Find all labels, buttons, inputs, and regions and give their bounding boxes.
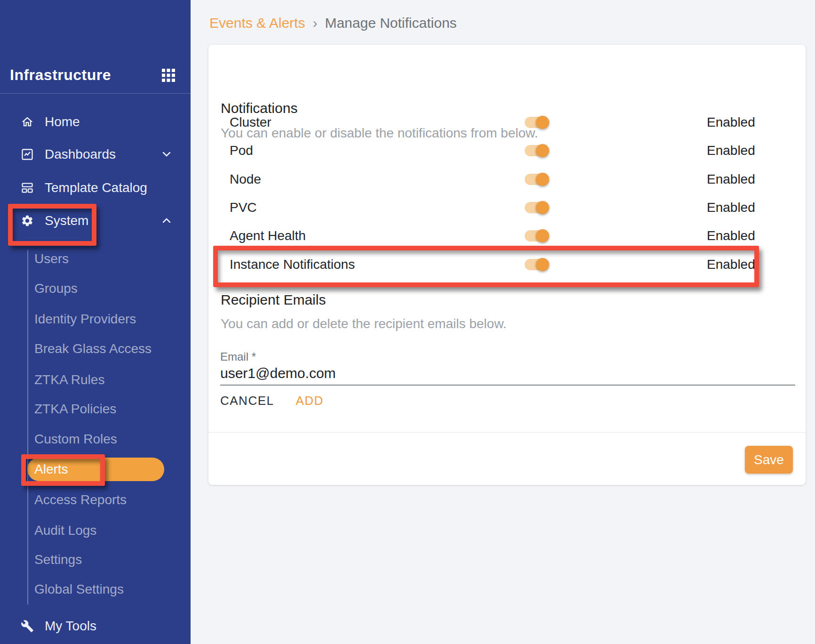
- email-form-actions: CANCEL ADD: [216, 391, 328, 410]
- sidebar-item-access-reports[interactable]: Access Reports: [34, 491, 176, 509]
- sidebar-item-groups[interactable]: Groups: [34, 279, 176, 298]
- toggle-row-pod: Pod Enabled: [208, 141, 806, 160]
- sidebar-title: Infrastructure: [10, 66, 111, 84]
- sidebar-item-identity-providers[interactable]: Identity Providers: [34, 310, 176, 329]
- breadcrumb-current-page: Manage Notifications: [325, 15, 456, 31]
- toggle-row-label: Pod: [230, 143, 253, 158]
- toggle-row-state: Enabled: [707, 172, 755, 187]
- dashboards-icon: [21, 148, 34, 161]
- toggle-row-state: Enabled: [707, 200, 755, 215]
- submenu-indent-line: [27, 250, 28, 604]
- toggle-row-label: Node: [230, 172, 261, 187]
- email-field-label: Email *: [220, 350, 256, 363]
- sidebar-item-label: Home: [45, 114, 80, 129]
- chevron-up-icon: [161, 217, 172, 224]
- toggle-row-state: Enabled: [707, 257, 755, 272]
- gear-icon: [21, 214, 34, 227]
- pvc-toggle[interactable]: [525, 201, 551, 214]
- sidebar-item-audit-logs[interactable]: Audit Logs: [34, 521, 176, 540]
- recipient-emails-subtitle: You can add or delete the recipient emai…: [221, 316, 507, 331]
- apps-grid-icon[interactable]: [162, 69, 175, 82]
- toggle-row-label: Agent Health: [230, 228, 306, 243]
- sidebar-item-system[interactable]: System: [0, 208, 191, 234]
- cancel-button[interactable]: CANCEL: [216, 392, 279, 410]
- sidebar-item-home[interactable]: Home: [0, 109, 191, 135]
- breadcrumb-separator: ›: [312, 15, 317, 31]
- toggle-row-label: Cluster: [230, 115, 272, 130]
- recipient-emails-heading: Recipient Emails: [221, 292, 326, 308]
- app-root: Infrastructure Home: [0, 0, 815, 644]
- toggle-thumb: [536, 173, 549, 186]
- toggle-row-label: Instance Notifications: [230, 257, 355, 272]
- toggle-thumb: [536, 258, 549, 271]
- chevron-down-icon: [161, 151, 172, 158]
- toggle-row-agent-health: Agent Health Enabled: [208, 226, 806, 245]
- breadcrumb-events-alerts[interactable]: Events & Alerts: [209, 15, 305, 31]
- sidebar-item-dashboards[interactable]: Dashboards: [0, 141, 191, 168]
- toggle-row-instance-notifications: Instance Notifications Enabled: [208, 255, 806, 274]
- toggle-thumb: [536, 201, 549, 214]
- add-button[interactable]: ADD: [291, 392, 328, 410]
- email-field[interactable]: [220, 364, 785, 383]
- toggle-row-state: Enabled: [707, 143, 755, 158]
- toggle-row-cluster: Cluster Enabled: [208, 113, 806, 132]
- toggle-row-pvc: PVC Enabled: [208, 198, 806, 217]
- notifications-card: Notifications You can enable or disable …: [208, 45, 806, 485]
- sidebar-item-label: My Tools: [45, 619, 96, 634]
- toggle-row-node: Node Enabled: [208, 170, 806, 189]
- sidebar: Infrastructure Home: [0, 0, 191, 644]
- toggle-thumb: [536, 144, 549, 157]
- sidebar-item-custom-roles[interactable]: Custom Roles: [34, 430, 176, 449]
- toggle-row-state: Enabled: [707, 115, 755, 130]
- sidebar-item-settings[interactable]: Settings: [34, 550, 176, 569]
- email-field-underline: [220, 385, 795, 386]
- sidebar-item-ztka-rules[interactable]: ZTKA Rules: [34, 370, 176, 389]
- save-button[interactable]: Save: [745, 446, 793, 474]
- sidebar-item-users[interactable]: Users: [34, 250, 176, 268]
- sidebar-item-global-settings[interactable]: Global Settings: [34, 580, 176, 599]
- sidebar-item-template-catalog[interactable]: Template Catalog: [0, 175, 191, 201]
- card-footer-divider: [208, 432, 806, 433]
- template-catalog-icon: [21, 181, 34, 194]
- sidebar-item-alerts[interactable]: Alerts: [34, 460, 176, 479]
- sidebar-divider: [0, 93, 191, 94]
- sidebar-item-ztka-policies[interactable]: ZTKA Policies: [34, 400, 176, 419]
- sidebar-item-break-glass-access[interactable]: Break Glass Access: [34, 339, 176, 358]
- instance-notifications-toggle[interactable]: [525, 258, 551, 271]
- toggle-thumb: [536, 229, 549, 242]
- pod-toggle[interactable]: [525, 144, 551, 157]
- breadcrumb: Events & Alerts›Manage Notifications: [209, 16, 457, 31]
- sidebar-item-label: Template Catalog: [45, 180, 147, 195]
- node-toggle[interactable]: [525, 173, 551, 186]
- wrench-icon: [21, 620, 34, 633]
- toggle-thumb: [536, 116, 549, 129]
- home-icon: [21, 115, 34, 129]
- agent-health-toggle[interactable]: [525, 229, 551, 242]
- toggle-row-state: Enabled: [707, 228, 755, 243]
- sidebar-item-my-tools[interactable]: My Tools: [0, 613, 191, 639]
- cluster-toggle[interactable]: [525, 116, 551, 129]
- sidebar-item-label: System: [45, 213, 88, 228]
- toggle-row-label: PVC: [230, 200, 257, 215]
- sidebar-item-label: Dashboards: [45, 147, 116, 162]
